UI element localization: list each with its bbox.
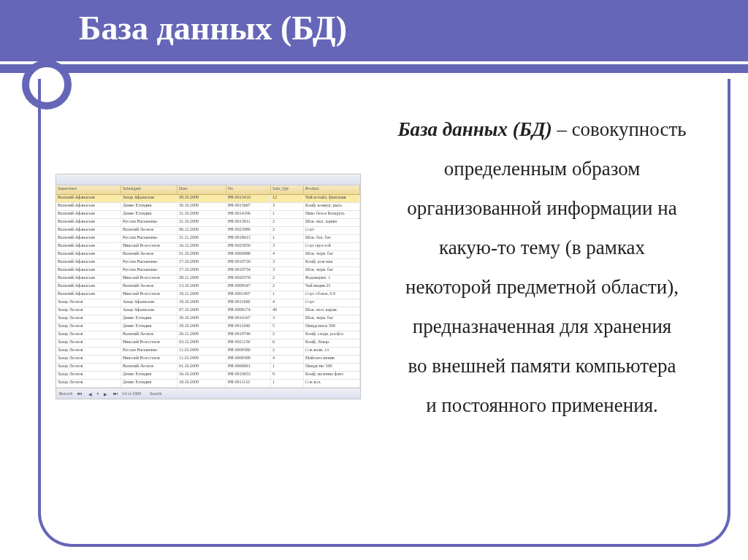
term: База данных (БД): [397, 118, 552, 140]
table-row: Захар ЛеоновВасилий Леонов26.11.2009РН-0…: [56, 331, 360, 340]
table-row: Захар ЛеоновДенис Елтидин18.10.2009РН-00…: [56, 380, 360, 388]
table-row: Захар ЛеоновНиколай Волостнов11.10.2009Р…: [56, 356, 360, 364]
table-row: Василий АфанасьевНиколай Волостнов28.11.…: [56, 275, 360, 283]
table-row: Василий АфанасьевНиколай Волостнов18.11.…: [56, 291, 360, 299]
table-body: Василий АфанасьевЗахар Афанасьев29.10.20…: [56, 195, 360, 388]
table-header: Supervisor SaleAgent Date No Sale_Qty Pr…: [56, 185, 360, 195]
table-row: Захар ЛеоновРуслан Насыненко11.10.2009РН…: [56, 348, 360, 356]
table-row: Василий АфанасьевДенис Елтидин31.10.2009…: [56, 211, 360, 219]
definition-text: База данных (БД) – совокупность определе…: [370, 110, 714, 425]
table-row: Василий АфанасьевНиколай Волостнов16.12.…: [56, 243, 360, 251]
table-row: Василий АфанасьевДенис Елтидин30.10.2009…: [56, 203, 360, 211]
datasheet-illustration: Supervisor SaleAgent Date No Sale_Qty Pr…: [56, 174, 361, 399]
table-row: Василий АфанасьевВасилий Леонов01.10.200…: [56, 251, 360, 259]
record-navigator: Record: ⏮◀ 4 ▶⏭ 14 of 1900 Search: [56, 388, 360, 399]
table-row: Захар ЛеоновНиколай Волостнов03.12.2009Р…: [56, 340, 360, 348]
table-row: Василий АфанасьевВасилий Леонов13.10.200…: [56, 283, 360, 291]
table-row: Василий АфанасьевРуслан Насыненко17.10.2…: [56, 267, 360, 275]
table-row: Захар ЛеоновДенис Елтидин18.10.2009РН-00…: [56, 323, 360, 331]
table-row: Василий АфанасьевРуслан Насыненко31.10.2…: [56, 219, 360, 227]
table-row: Захар ЛеоновДенис Елтидин16.10.2009РН-00…: [56, 372, 360, 380]
table-row: Захар ЛеоновЗахар Афанасьев18.10.2009РН-…: [56, 299, 360, 307]
table-row: Захар ЛеоновДенис Елтидин30.10.2009РН-00…: [56, 315, 360, 323]
table-row: Захар ЛеоновВасилий Леонов01.10.2009РН-0…: [56, 364, 360, 372]
table-row: Василий АфанасьевВасилий Леонов06.12.200…: [56, 227, 360, 235]
slide-title: База данных (БД): [79, 9, 347, 47]
header-divider: [0, 61, 748, 64]
table-row: Василий АфанасьевРуслан Насыненко17.10.2…: [56, 259, 360, 267]
table-row: Захар ЛеоновЗахар Афанасьев07.10.2009РН-…: [56, 307, 360, 315]
table-row: Василий АфанасьевЗахар Афанасьев29.10.20…: [56, 195, 360, 203]
table-row: Василий АфанасьевРуслан Насыненко21.11.2…: [56, 235, 360, 243]
